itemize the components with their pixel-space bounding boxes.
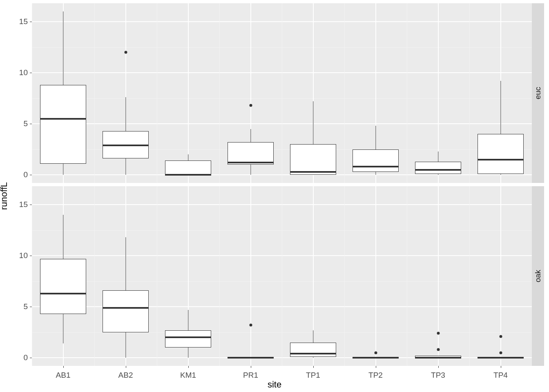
x-tick-label: TP3 — [431, 371, 445, 380]
x-tick-label: AB2 — [118, 371, 133, 380]
boxplot-box — [228, 142, 274, 165]
boxplot-box — [478, 134, 524, 174]
figure: runoffL site euc oak 051015051015AB1AB2K… — [0, 0, 549, 392]
facet-strip-oak: oak — [532, 186, 544, 366]
boxplot-box — [103, 290, 149, 332]
outlier-point — [499, 351, 502, 354]
boxplot-box — [290, 343, 336, 357]
y-tick-label: 15 — [19, 17, 28, 26]
boxplot-box — [290, 144, 336, 175]
boxplot-box — [165, 330, 211, 348]
x-tick-label: TP2 — [368, 371, 383, 380]
y-tick-label: 0 — [23, 170, 28, 179]
facet-label-euc: euc — [533, 87, 542, 100]
facet-label-oak: oak — [533, 270, 542, 283]
outlier-point — [437, 332, 440, 335]
outlier-point — [437, 348, 440, 351]
boxplot-box — [415, 162, 461, 174]
x-tick-label: TP1 — [306, 371, 320, 380]
x-axis-label: site — [268, 379, 281, 390]
y-tick-label: 0 — [23, 353, 28, 362]
y-tick-label: 5 — [23, 302, 28, 311]
x-tick-label: KM1 — [180, 371, 196, 380]
outlier-point — [499, 335, 502, 338]
outlier-point — [249, 324, 252, 327]
x-tick-label: AB1 — [56, 371, 71, 380]
boxplot-box — [40, 259, 86, 314]
y-tick-label: 15 — [19, 200, 28, 209]
panel-oak — [32, 186, 532, 366]
y-tick-label: 5 — [23, 119, 28, 128]
facet-strip-euc: euc — [532, 3, 544, 183]
boxplot-box — [40, 85, 86, 164]
x-tick-label: TP4 — [493, 371, 508, 380]
y-tick-label: 10 — [19, 251, 28, 260]
boxplot-box — [353, 149, 399, 172]
panel-euc — [32, 3, 532, 183]
boxplot-box — [165, 160, 211, 175]
x-tick-label: PR1 — [243, 371, 258, 380]
outlier-point — [124, 51, 127, 54]
outlier-point — [374, 351, 377, 354]
y-axis-label: runoffL — [0, 182, 9, 210]
outlier-point — [249, 104, 252, 107]
y-tick-label: 10 — [19, 68, 28, 77]
